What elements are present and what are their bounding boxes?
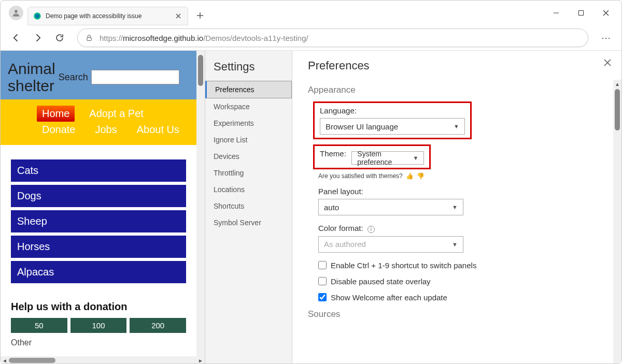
color-format-label: Color format: i	[318, 224, 606, 233]
thumbs-up-icon[interactable]: 👍	[406, 172, 414, 180]
tab-title: Demo page with accessibility issue	[46, 12, 171, 20]
panel-layout-select[interactable]: auto▼	[318, 199, 463, 215]
preferences-title: Preferences	[308, 59, 606, 72]
donation-buttons: 50 100 200	[1, 318, 196, 336]
panel-layout-label: Panel layout:	[318, 187, 606, 196]
chevron-down-icon: ▼	[413, 155, 418, 161]
new-tab-button[interactable]	[192, 8, 208, 23]
language-label: Language:	[320, 106, 465, 115]
settings-nav-workspace[interactable]: Workspace	[205, 98, 292, 115]
appearance-heading: Appearance	[308, 85, 606, 95]
more-button[interactable]: ⋯	[597, 28, 615, 47]
info-icon[interactable]: i	[367, 226, 375, 233]
checkbox-input[interactable]	[318, 277, 327, 285]
nav-home[interactable]: Home	[37, 106, 75, 122]
search-label: Search	[59, 72, 88, 83]
checkbox-show-welcome[interactable]: Show Welcome after each update	[318, 293, 606, 302]
nav-adopt[interactable]: Adopt a Pet	[84, 106, 149, 122]
color-format-select[interactable]: As authored▼	[318, 236, 463, 253]
site-header: Animalshelter Search	[1, 51, 196, 99]
close-tab-icon[interactable]	[174, 12, 182, 20]
devtools-settings: Settings Preferences Workspace Experimen…	[205, 51, 621, 364]
nav-about[interactable]: About Us	[132, 122, 185, 138]
forward-button[interactable]	[29, 28, 47, 47]
svg-point-0	[15, 10, 18, 13]
donate-50[interactable]: 50	[11, 318, 67, 333]
settings-nav-shortcuts[interactable]: Shortcuts	[205, 198, 292, 214]
tab-strip: Demo page with accessibility issue	[1, 1, 621, 25]
theme-label: Theme:	[320, 149, 346, 158]
profile-button[interactable]	[9, 6, 23, 20]
settings-nav-experiments[interactable]: Experiments	[205, 115, 292, 132]
close-settings-button[interactable]	[603, 58, 612, 69]
svg-rect-4	[87, 37, 91, 40]
list-item[interactable]: Dogs	[11, 185, 186, 207]
chevron-down-icon: ▼	[452, 241, 458, 247]
nav-jobs[interactable]: Jobs	[90, 122, 122, 138]
edge-icon	[33, 12, 41, 20]
donate-100[interactable]: 100	[70, 318, 127, 333]
content-area: Animalshelter Search Home Adopt a Pet Do…	[1, 50, 621, 364]
settings-nav-preferences[interactable]: Preferences	[205, 81, 292, 98]
checkbox-input[interactable]	[318, 261, 327, 269]
donation-heading: Help us with a donation	[1, 292, 196, 318]
animal-list: Cats Dogs Sheep Horses Alpacas	[1, 145, 196, 292]
devtools-vscrollbar[interactable]: ▲	[613, 80, 621, 364]
page-viewport: Animalshelter Search Home Adopt a Pet Do…	[1, 51, 205, 364]
settings-title: Settings	[205, 58, 292, 81]
settings-sidebar: Settings Preferences Workspace Experimen…	[205, 51, 292, 364]
settings-nav-throttling[interactable]: Throttling	[205, 165, 292, 181]
preferences-pane: Preferences Appearance Language: Browser…	[292, 51, 621, 364]
browser-tab[interactable]: Demo page with accessibility issue	[27, 7, 188, 25]
chevron-down-icon: ▼	[452, 204, 458, 210]
checkbox-ctrl-shortcut[interactable]: Enable Ctrl + 1-9 shortcut to switch pan…	[318, 261, 606, 270]
svg-rect-3	[579, 11, 584, 16]
donate-200[interactable]: 200	[130, 318, 186, 333]
chevron-down-icon: ▼	[454, 123, 459, 129]
address-bar[interactable]: https://microsoftedge.github.io/Demos/de…	[77, 28, 588, 47]
theme-select[interactable]: System preference▼	[351, 151, 424, 165]
settings-nav-symbol-server[interactable]: Symbol Server	[205, 214, 292, 231]
page-hscrollbar[interactable]: ◄►	[1, 356, 205, 364]
settings-nav-locations[interactable]: Locations	[205, 181, 292, 198]
minimize-button[interactable]	[551, 8, 561, 18]
checkbox-input[interactable]	[318, 293, 327, 301]
reload-button[interactable]	[50, 28, 69, 47]
donation-other: Other	[1, 336, 196, 350]
page-vscrollbar[interactable]	[196, 51, 205, 356]
thumbs-down-icon[interactable]: 👎	[417, 172, 425, 180]
theme-feedback: Are you satisfied with themes? 👍 👎	[318, 172, 606, 180]
maximize-button[interactable]	[576, 8, 586, 18]
list-item[interactable]: Alpacas	[11, 261, 186, 283]
search-input[interactable]	[91, 70, 179, 84]
highlight-language: Language: Browser UI language▼	[313, 101, 472, 139]
main-nav: Home Adopt a Pet Donate Jobs About Us	[1, 99, 196, 145]
site-title: Animalshelter	[8, 60, 55, 94]
settings-nav-devices[interactable]: Devices	[205, 148, 292, 165]
highlight-theme: Theme: System preference▼	[313, 144, 431, 169]
list-item[interactable]: Cats	[11, 159, 186, 182]
svg-point-2	[35, 14, 39, 18]
sources-heading: Sources	[308, 309, 606, 319]
nav-donate[interactable]: Donate	[37, 122, 81, 138]
url-text: https://microsoftedge.github.io/Demos/de…	[100, 34, 308, 42]
back-button[interactable]	[7, 28, 25, 47]
list-item[interactable]: Sheep	[11, 210, 186, 232]
toolbar: https://microsoftedge.github.io/Demos/de…	[1, 25, 621, 50]
list-item[interactable]: Horses	[11, 236, 186, 258]
window-controls	[551, 8, 617, 18]
close-window-button[interactable]	[601, 8, 611, 18]
language-select[interactable]: Browser UI language▼	[320, 118, 465, 135]
settings-nav-ignore-list[interactable]: Ignore List	[205, 132, 292, 148]
lock-icon	[85, 34, 93, 42]
checkbox-paused-overlay[interactable]: Disable paused state overlay	[318, 277, 606, 286]
